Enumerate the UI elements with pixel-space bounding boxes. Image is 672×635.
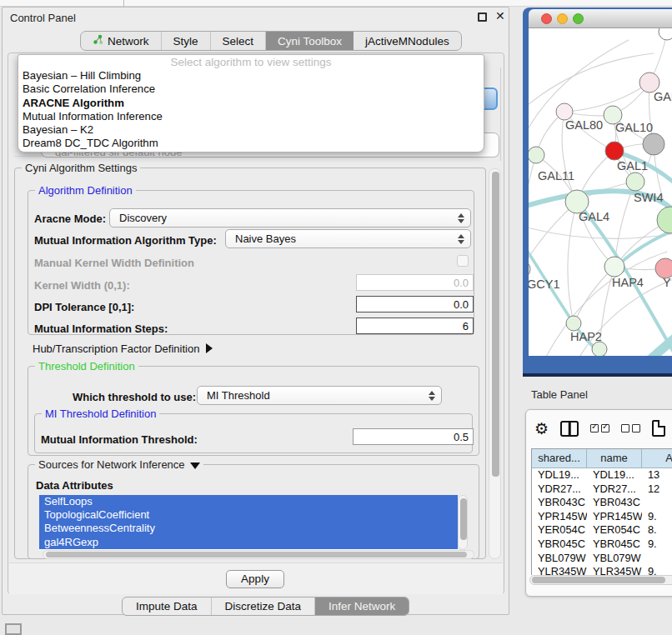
table-row[interactable]: YER054CYER054C8. — [532, 523, 672, 538]
close-traffic-light-icon[interactable] — [541, 13, 552, 24]
select-all-icon[interactable] — [590, 424, 609, 432]
tab-jactivemnodules[interactable]: jActiveMNodules — [354, 32, 461, 50]
dropdown-item-mutual-information-inference[interactable]: Mutual Information Inference — [18, 110, 484, 123]
attribute-list-vertical-scrollbar[interactable] — [458, 495, 468, 550]
tab-impute-data[interactable]: Impute Data — [123, 598, 212, 615]
network-edge-highlighted[interactable] — [644, 333, 672, 356]
export-table-icon[interactable] — [652, 420, 665, 437]
minimized-panel-icon[interactable] — [5, 623, 22, 635]
mi-steps-field[interactable]: 6 — [356, 318, 474, 334]
float-window-icon[interactable] — [478, 12, 487, 22]
hub-definition-label: Hub/Transcription Factor Definition — [33, 342, 199, 355]
table-row[interactable]: YLR345WYLR345W9. — [532, 565, 672, 575]
network-edge[interactable] — [568, 202, 577, 323]
hub-definition-toggle[interactable]: Hub/Transcription Factor Definition — [33, 342, 213, 355]
which-threshold-label: Which threshold to use: — [73, 391, 196, 403]
node-label-gcy1: GCY1 — [529, 278, 560, 291]
network-edge[interactable] — [564, 82, 649, 112]
network-node-gal11[interactable] — [529, 147, 544, 163]
tab-style[interactable]: Style — [162, 32, 211, 50]
attribute-item-topologicalcoefficient[interactable]: TopologicalCoefficient — [39, 508, 458, 522]
node-label-y: Y — [663, 276, 671, 289]
table-row[interactable]: YBR045CYBR045C9. — [532, 538, 672, 552]
network-node-gal1[interactable] — [605, 142, 624, 160]
minimize-traffic-light-icon[interactable] — [557, 13, 568, 24]
dpi-tolerance-label: DPI Tolerance [0,1]: — [34, 301, 134, 313]
data-attributes-list[interactable]: SelfLoopsTopologicalCoefficientBetweenne… — [39, 495, 458, 550]
table-cell: 13 — [642, 468, 672, 482]
window-frame-edge — [523, 373, 672, 377]
network-canvas[interactable]: GALGAL80GAL10GAL1GAL11SWI4GAL4GCY1HAP4YH… — [529, 28, 672, 356]
network-node-gal80[interactable] — [556, 103, 573, 120]
network-node[interactable] — [657, 207, 672, 233]
table-horizontal-scrollbar[interactable] — [529, 575, 672, 585]
tab-label: Network — [108, 35, 149, 48]
table-row[interactable]: YDL19...YDL19...13 — [532, 468, 672, 482]
dropdown-item-aracne-algorithm[interactable]: ARACNE Algorithm — [18, 97, 484, 110]
which-threshold-combobox[interactable]: MI Threshold — [197, 386, 442, 405]
network-view-window: GALGAL80GAL10GAL1GAL11SWI4GAL4GCY1HAP4YH… — [523, 8, 672, 377]
column-header-2[interactable]: name — [587, 449, 642, 468]
table-cell: 12 — [642, 482, 672, 497]
table-cell: YDR27... — [587, 482, 642, 497]
dropdown-item-bayesian-k2[interactable]: Bayesian – K2 — [18, 123, 484, 137]
tab-select[interactable]: Select — [211, 32, 267, 50]
kernel-width-field[interactable]: 0.0 — [356, 274, 474, 291]
network-node-swi4[interactable] — [626, 172, 644, 191]
attribute-item-betweennesscentrality[interactable]: BetweennessCentrality — [39, 522, 458, 535]
dropdown-item-basic-correlation-inference[interactable]: Basic Correlation Inference — [18, 82, 484, 96]
scrollbar-thumb[interactable] — [46, 552, 467, 558]
network-edge[interactable] — [574, 267, 614, 323]
zoom-traffic-light-icon[interactable] — [573, 13, 584, 24]
table-cell — [642, 552, 672, 566]
attribute-item-selfloops[interactable]: SelfLoops — [39, 495, 458, 508]
apply-button[interactable]: Apply — [226, 570, 284, 588]
tab-label: Cyni Toolbox — [278, 35, 342, 48]
table-cell: YBL079W — [587, 552, 642, 566]
network-node[interactable] — [659, 28, 672, 40]
tab-network[interactable]: Network — [81, 32, 162, 50]
table-row[interactable]: YBR043CYBR043C — [532, 496, 672, 510]
manual-kernel-checkbox[interactable] — [457, 255, 469, 267]
table-row[interactable]: YBL079WYBL079W — [532, 552, 672, 566]
scrollbar-thumb[interactable] — [532, 577, 665, 583]
settings-vertical-scrollbar[interactable] — [489, 168, 501, 559]
attribute-item-gal4rgexp[interactable]: gal4RGexp — [39, 536, 458, 549]
network-edge-highlighted[interactable] — [622, 228, 672, 262]
tab-label: Style — [173, 35, 198, 48]
bottom-tab-bar: Impute DataDiscretize DataInfer Network — [122, 597, 409, 616]
tab-cyni-toolbox[interactable]: Cyni Toolbox — [266, 32, 354, 50]
mi-threshold-field[interactable]: 0.5 — [353, 428, 474, 445]
dropdown-item-dream8-dc-tdc-algorithm[interactable]: Dream8 DC_TDC Algorithm — [18, 137, 484, 150]
tab-infer-network[interactable]: Infer Network — [315, 598, 409, 615]
dpi-tolerance-field[interactable]: 0.0 — [356, 296, 474, 312]
mi-type-combobox[interactable]: Naive Bayes — [225, 229, 471, 248]
table-cell: YDL19... — [587, 468, 642, 482]
node-label-hap4: HAP4 — [612, 276, 644, 289]
network-node[interactable] — [643, 133, 664, 155]
network-node[interactable] — [592, 342, 607, 356]
network-node-hap4[interactable] — [604, 257, 624, 277]
attribute-list-horizontal-scrollbar[interactable] — [43, 550, 474, 559]
node-label-gal80: GAL80 — [565, 118, 603, 132]
table-header-row: shared...nameA — [532, 449, 672, 468]
network-node-gcy1[interactable] — [529, 260, 530, 278]
table-row[interactable]: YDR27...YDR27...12 — [532, 482, 672, 497]
app-root: Control Panel ✕ NetworkStyleSelectCyni T… — [0, 0, 672, 635]
column-header-3[interactable]: A — [642, 449, 672, 468]
column-header-1[interactable]: shared... — [532, 449, 587, 468]
network-node-hap2[interactable] — [566, 316, 581, 331]
gear-icon[interactable]: ⚙ — [534, 421, 549, 437]
split-columns-icon[interactable] — [560, 421, 579, 437]
tab-discretize-data[interactable]: Discretize Data — [212, 598, 316, 615]
table-row[interactable]: YPR145WYPR145W9. — [532, 510, 672, 524]
scrollbar-thumb[interactable] — [460, 498, 467, 540]
network-window-titlebar — [529, 9, 672, 28]
sources-group-title[interactable]: Sources for Network Inference — [35, 458, 203, 471]
scrollbar-thumb[interactable] — [492, 172, 499, 477]
close-icon[interactable]: ✕ — [495, 9, 505, 22]
aracne-mode-combobox[interactable]: Discovery — [109, 208, 471, 228]
deselect-all-icon[interactable] — [621, 424, 640, 432]
combo-arrows-icon — [456, 209, 466, 227]
dropdown-item-bayesian-hill-climbing[interactable]: Bayesian – Hill Climbing — [18, 69, 484, 82]
